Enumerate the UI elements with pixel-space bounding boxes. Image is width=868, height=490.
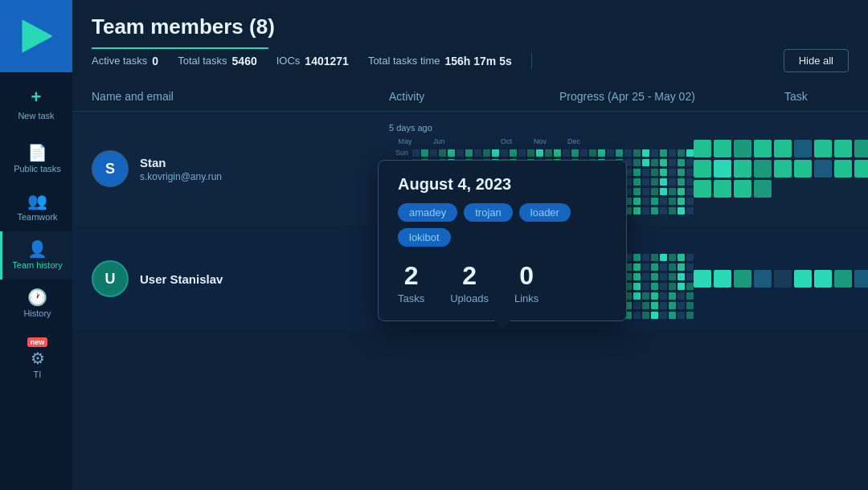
table-row: S Stan s.kovrigin@any.run 5 days ago May…: [72, 112, 868, 227]
tooltip-stat-uploads-label: Uploads: [450, 292, 489, 304]
tooltip-stat-uploads: 2 Uploads: [450, 261, 489, 304]
col-name-email: Name and email: [92, 90, 389, 103]
tooltip-stat-tasks: 2 Tasks: [398, 261, 424, 304]
ti-icon: ⚙: [31, 350, 45, 366]
total-tasks-time-label: Total tasks time: [368, 55, 440, 67]
tooltip-stats: 2 Tasks 2 Uploads 0 Links: [398, 261, 607, 304]
tooltip-tag-trojan[interactable]: trojan: [464, 203, 513, 222]
tooltip-stat-links: 0 Links: [514, 261, 538, 304]
public-tasks-icon: 📄: [27, 145, 47, 161]
col-task: Task: [784, 90, 849, 103]
member-info: S Stan s.kovrigin@any.run: [92, 150, 389, 187]
sidebar-item-label: History: [23, 308, 51, 318]
tooltip-tag-amadey[interactable]: amadey: [398, 203, 457, 222]
iocs-label: IOCs: [276, 55, 301, 67]
sidebar-item-team-history[interactable]: 👤 Team history: [0, 231, 72, 280]
month-labels: May Jun Oct Nov Dec: [389, 137, 694, 145]
stat-divider: [531, 53, 532, 69]
tooltip-tags: amadey trojan loader lokibot: [398, 203, 607, 247]
tooltip-stat-tasks-label: Tasks: [398, 292, 424, 304]
logo-icon: [16, 16, 56, 56]
progress-blocks: [694, 270, 868, 288]
tooltip-date: August 4, 2023: [398, 175, 607, 194]
hide-all-button[interactable]: Hide all: [784, 49, 849, 72]
avatar: S: [92, 150, 129, 187]
total-tasks-stat: Total tasks 5460: [178, 55, 257, 67]
progress-blocks: [694, 140, 868, 198]
tooltip-stat-tasks-value: 2: [404, 261, 419, 291]
tooltip-stat-uploads-value: 2: [462, 261, 477, 291]
active-tasks-value: 0: [152, 55, 158, 67]
member-details: Stan s.kovrigin@any.run: [140, 156, 222, 182]
stats-bar: Active tasks 0 Total tasks 5460 IOCs 140…: [92, 49, 849, 82]
sidebar: + New task 📄 Public tasks 👥 Teamwork 👤 T…: [0, 0, 72, 490]
sidebar-item-ti[interactable]: new ⚙ TI: [0, 328, 72, 389]
total-tasks-time-stat: Total tasks time 156h 17m 5s: [368, 55, 512, 67]
progress-column: [694, 270, 868, 288]
tooltip-stat-links-value: 0: [519, 261, 534, 291]
activity-tooltip: August 4, 2023 amadey trojan loader loki…: [378, 160, 627, 321]
sidebar-item-new-task[interactable]: + New task: [0, 72, 72, 135]
sidebar-item-label: TI: [34, 370, 42, 379]
new-task-label: New task: [18, 111, 54, 120]
progress-column: [694, 140, 868, 198]
sidebar-item-label: Teamwork: [17, 212, 57, 222]
sidebar-item-teamwork[interactable]: 👥 Teamwork: [0, 183, 72, 231]
member-name: User Stanislav: [140, 272, 223, 286]
total-tasks-time-value: 156h 17m 5s: [444, 55, 511, 67]
teamwork-icon: 👥: [27, 193, 47, 209]
history-icon: 🕐: [27, 289, 47, 305]
col-activity: Activity: [389, 90, 559, 103]
iocs-stat: IOCs 1401271: [276, 55, 349, 67]
svg-marker-0: [23, 20, 52, 52]
iocs-value: 1401271: [305, 55, 349, 67]
sidebar-item-history[interactable]: 🕐 History: [0, 280, 72, 328]
active-tasks-stat: Active tasks 0: [92, 55, 158, 67]
member-details: User Stanislav: [140, 272, 223, 286]
plus-icon: +: [31, 87, 42, 108]
sidebar-item-label: Public tasks: [14, 164, 61, 174]
page-title: Team members (8): [92, 14, 849, 39]
active-tasks-label: Active tasks: [92, 55, 147, 67]
tooltip-tag-lokibot[interactable]: lokibot: [398, 228, 451, 247]
total-tasks-label: Total tasks: [178, 55, 227, 67]
avatar: U: [92, 260, 129, 297]
tooltip-stat-links-label: Links: [514, 292, 538, 304]
sidebar-item-label: Team history: [12, 260, 62, 270]
activity-label: 5 days ago: [389, 123, 694, 133]
total-tasks-value: 5460: [232, 55, 257, 67]
tooltip-tag-loader[interactable]: loader: [519, 203, 571, 222]
main-content: Team members (8) Active tasks 0 Total ta…: [72, 0, 868, 490]
member-name: Stan: [140, 156, 222, 169]
col-progress: Progress (Apr 25 - May 02): [559, 90, 784, 103]
table-header: Name and email Activity Progress (Apr 25…: [72, 82, 868, 112]
page-header: Team members (8) Active tasks 0 Total ta…: [72, 0, 868, 82]
logo: [0, 0, 72, 72]
team-history-icon: 👤: [27, 241, 47, 257]
member-info: U User Stanislav: [92, 260, 389, 297]
sidebar-item-public-tasks[interactable]: 📄 Public tasks: [0, 135, 72, 183]
tooltip-arrow: [494, 321, 510, 329]
new-badge: new: [27, 337, 48, 347]
member-email: s.kovrigin@any.run: [140, 171, 222, 182]
table-body: S Stan s.kovrigin@any.run 5 days ago May…: [72, 112, 868, 490]
